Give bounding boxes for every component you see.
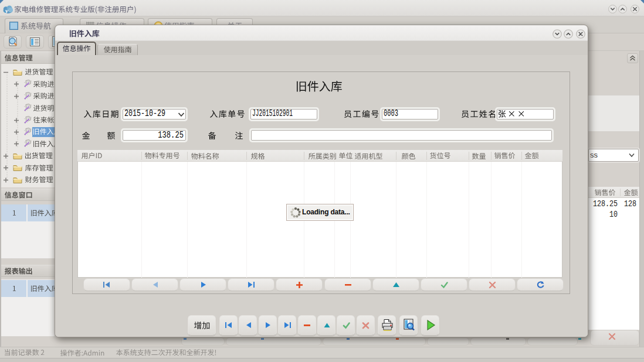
svg-text:y: y bbox=[4, 7, 8, 14]
